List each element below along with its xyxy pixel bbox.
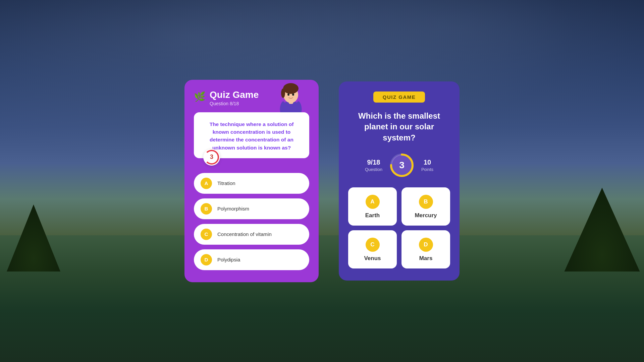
answer-option-d[interactable]: D Polydipsia bbox=[194, 249, 309, 270]
planet-option-venus[interactable]: C Venus bbox=[348, 230, 397, 268]
planet-letter-a: A bbox=[366, 195, 380, 209]
svg-point-6 bbox=[292, 94, 294, 96]
timer-number: 3 bbox=[210, 154, 213, 161]
answer-text-c: Concentration of vitamin bbox=[217, 231, 272, 237]
bg-trees-right bbox=[560, 188, 644, 272]
leaf-icon: 🌿 bbox=[194, 91, 206, 102]
answer-letter-b: B bbox=[201, 203, 212, 215]
planet-option-earth[interactable]: A Earth bbox=[348, 187, 397, 226]
answers-grid: A Earth B Mercury C Venus D Mars bbox=[348, 187, 450, 268]
question-card: The technique where a solution of known … bbox=[194, 112, 309, 158]
svg-point-5 bbox=[287, 94, 289, 96]
answer-text-a: Titration bbox=[217, 180, 235, 186]
card-subtitle: Question 8/18 bbox=[210, 101, 259, 106]
stats-row: 9/18 Question 3 10 Points bbox=[365, 153, 433, 178]
answers-list: A Titration B Polymorphism C Concentrati… bbox=[194, 173, 309, 270]
answer-option-b[interactable]: B Polymorphism bbox=[194, 198, 309, 219]
answer-text-b: Polymorphism bbox=[217, 206, 249, 212]
svg-point-4 bbox=[281, 88, 285, 98]
right-question: Which is the smallest planet in our sola… bbox=[348, 111, 450, 143]
answer-option-a[interactable]: A Titration bbox=[194, 173, 309, 194]
planet-letter-d: D bbox=[419, 238, 433, 252]
quiz-game-badge: QUIZ GAME bbox=[373, 92, 425, 103]
title-group: Quiz Game Question 8/18 bbox=[210, 90, 259, 106]
answer-letter-c: C bbox=[201, 229, 212, 240]
answer-letter-d: D bbox=[201, 254, 212, 265]
answer-text-d: Polydipsia bbox=[217, 257, 240, 262]
timer-badge: 3 bbox=[203, 149, 220, 166]
bg-water bbox=[0, 235, 644, 362]
background bbox=[0, 0, 644, 362]
right-quiz-card: QUIZ GAME Which is the smallest planet i… bbox=[339, 81, 460, 281]
planet-name-venus: Venus bbox=[364, 255, 381, 262]
points-label: Points bbox=[421, 167, 433, 172]
answer-letter-a: A bbox=[201, 178, 212, 189]
svg-point-3 bbox=[283, 83, 299, 94]
question-label: Question bbox=[365, 167, 382, 172]
planet-option-mercury[interactable]: B Mercury bbox=[401, 187, 450, 226]
question-text: The technique where a solution of known … bbox=[201, 120, 302, 152]
avatar bbox=[275, 76, 309, 117]
planet-letter-b: B bbox=[419, 195, 433, 209]
points-value: 10 bbox=[424, 159, 431, 166]
planet-name-mercury: Mercury bbox=[415, 212, 437, 219]
answer-option-c[interactable]: C Concentration of vitamin bbox=[194, 224, 309, 245]
planet-letter-c: C bbox=[366, 238, 380, 252]
planet-name-mars: Mars bbox=[419, 255, 433, 262]
question-stat: 9/18 Question bbox=[365, 159, 382, 172]
bg-clouds bbox=[0, 0, 644, 181]
planet-option-mars[interactable]: D Mars bbox=[401, 230, 450, 268]
question-num: 9/18 bbox=[367, 159, 380, 166]
left-quiz-card: 🌿 Quiz Game Question 8/18 The technique … bbox=[184, 80, 319, 282]
timer-num-right: 3 bbox=[399, 160, 405, 171]
timer-circle: 3 bbox=[389, 153, 415, 178]
card-title: Quiz Game bbox=[210, 90, 259, 100]
points-stat: 10 Points bbox=[421, 159, 433, 172]
planet-name-earth: Earth bbox=[365, 212, 380, 219]
